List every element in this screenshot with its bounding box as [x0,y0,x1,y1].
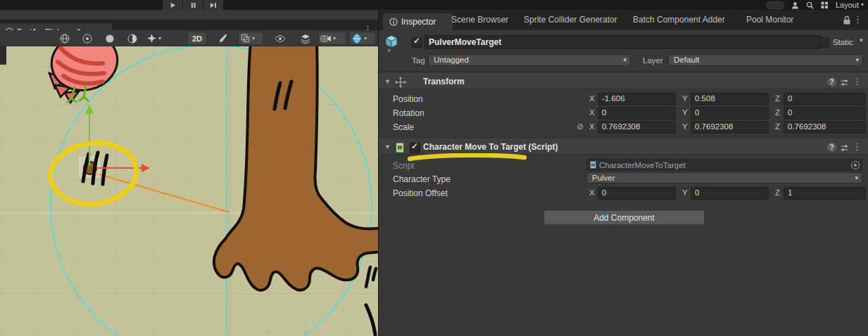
inspector-tab-strip: Inspector Scene Browser Sprite Collider … [379,10,868,30]
rotation-z-field[interactable]: 0 [784,107,866,119]
transform-icon [395,77,406,88]
transform-menu-icon[interactable]: ⋮ [853,77,862,86]
scene-lighting-button[interactable] [80,32,94,45]
static-flags-caret[interactable]: ▾ [860,37,863,44]
camera-icon [320,34,332,44]
add-component-button[interactable]: Add Component [543,210,705,225]
caret-down-icon: ▾ [252,35,255,41]
tab-pool-monitor[interactable]: Pool Monitor [746,10,793,30]
topbar-right-group: Layout ▾ [766,0,864,10]
tag-value: Untagged [434,56,469,64]
scene-paint-button[interactable] [217,32,230,45]
caret-down-icon: ▾ [158,35,161,41]
play-controls [163,0,223,10]
scale-row: Scale ⊘ X 0.7692308 Y 0.7692308 Z 0.7692… [379,120,868,134]
tab-inspector[interactable]: Inspector [383,13,453,30]
caret-down-icon: ▾ [861,0,864,10]
gameobject-icon-caret[interactable]: ▾ [388,48,391,53]
effects-options-dropdown[interactable]: ▾ [145,32,163,45]
search-icon[interactable] [806,1,814,9]
mode-2d-button[interactable]: 2D [187,32,207,45]
play-icon [170,2,176,8]
tab-batch-component-adder[interactable]: Batch Component Adder [633,10,725,30]
script-presets-icon[interactable] [840,143,849,153]
static-label: Static [833,37,853,47]
scale-x-field[interactable]: 0.7692308 [598,121,676,134]
offset-y-field[interactable]: 0 [691,187,769,200]
scene-audio-button[interactable] [103,32,117,45]
transform-presets-icon[interactable] [840,78,849,87]
scale-link-icon[interactable]: ⊘ [577,122,584,131]
tab-scene-browser[interactable]: Scene Browser [451,10,508,30]
cloud-services-button[interactable] [766,1,784,9]
character-type-value: Pulver [592,174,615,182]
position-x-field[interactable]: -1.606 [598,93,676,105]
camera-options-dropdown[interactable]: ▾ [318,32,346,45]
axis-y-label: Y [682,188,688,197]
play-button[interactable] [163,0,182,10]
step-button[interactable] [203,0,223,10]
account-icon[interactable] [791,1,799,9]
layer-dropdown[interactable]: Default ▾ [668,54,863,66]
gameobject-name-field[interactable] [424,35,821,49]
rotation-x-field[interactable]: 0 [598,107,676,119]
visibility-toggle-button[interactable] [273,32,287,45]
script-foldout-icon[interactable]: ▼ [384,143,391,150]
csharp-script-icon [395,142,405,153]
scene-canvas-drawing [0,46,378,336]
scale-y-field[interactable]: 0.7692308 [691,121,769,134]
layers-grid-icon[interactable] [821,1,829,9]
gameobject-active-checkbox[interactable]: ✓ [412,37,422,48]
position-y-field[interactable]: 0.508 [691,93,769,105]
character-type-label: Character Type [393,174,451,184]
gameobject-header: ▾ ✓ Static ▾ Tag Untagged ▾ Layer Defaul… [379,30,868,72]
static-checkbox[interactable] [819,37,829,48]
layout-dropdown[interactable]: Layout ▾ [836,0,864,10]
axis-z-label: Z [775,94,780,103]
offset-z-field[interactable]: 1 [784,187,866,200]
pause-icon [190,2,196,8]
main-toolbar: Layout ▾ [0,0,868,10]
position-offset-row: Position Offset X 0 Y 0 Z 1 [379,186,868,200]
step-icon [210,2,217,8]
axis-x-label: X [589,188,595,197]
character-type-dropdown[interactable]: Pulver ▾ [586,172,862,183]
axis-x-label: X [589,108,595,117]
layers-stack-button[interactable] [298,32,313,45]
caret-down-icon: ▾ [333,35,336,41]
tag-dropdown[interactable]: Untagged ▾ [428,54,631,66]
script-help-icon[interactable]: ? [827,143,836,152]
script-menu-icon[interactable]: ⋮ [853,142,862,151]
transform-component-header[interactable]: ▼ Transform ? ⋮ [379,74,868,89]
object-picker-icon[interactable] [851,161,860,169]
pause-button[interactable] [183,0,203,10]
gizmos-dropdown[interactable]: ▾ [349,32,376,45]
caret-down-icon: ▾ [364,35,367,41]
render-mode-button[interactable] [58,32,72,45]
lock-icon[interactable] [843,15,850,25]
position-z-field[interactable]: 0 [784,93,866,105]
axis-z-label: Z [775,188,780,197]
transform-help-icon[interactable]: ? [827,77,836,86]
tab-inspector-label: Inspector [401,17,436,27]
transform-foldout-icon[interactable]: ▼ [384,78,391,85]
layer-value: Default [674,56,699,64]
sprite-layers-dropdown[interactable]: ▾ [238,32,263,45]
scene-canvas[interactable] [0,46,378,336]
audio-icon [104,33,115,44]
inspector-menu-icon[interactable]: ⋮ [853,15,862,24]
script-component-header[interactable]: ▼ ✓ Character Move To Target (Script) ? … [379,139,868,155]
stack-icon [300,33,311,44]
offset-x-field[interactable]: 0 [598,187,676,200]
scale-z-field[interactable]: 0.7692308 [784,121,866,134]
scene-effects-button[interactable] [125,32,139,45]
lighting-icon [82,33,93,44]
position-offset-label: Position Offset [393,188,448,198]
effects-icon [127,33,138,44]
tab-sprite-collider-generator[interactable]: Sprite Collider Generator [524,10,617,30]
script-enabled-checkbox[interactable]: ✓ [410,143,420,153]
axis-y-label: Y [682,122,688,131]
axis-x-label: X [589,122,595,131]
script-object-field[interactable]: CharacterMoveToTarget [586,159,862,171]
rotation-y-field[interactable]: 0 [691,107,769,119]
